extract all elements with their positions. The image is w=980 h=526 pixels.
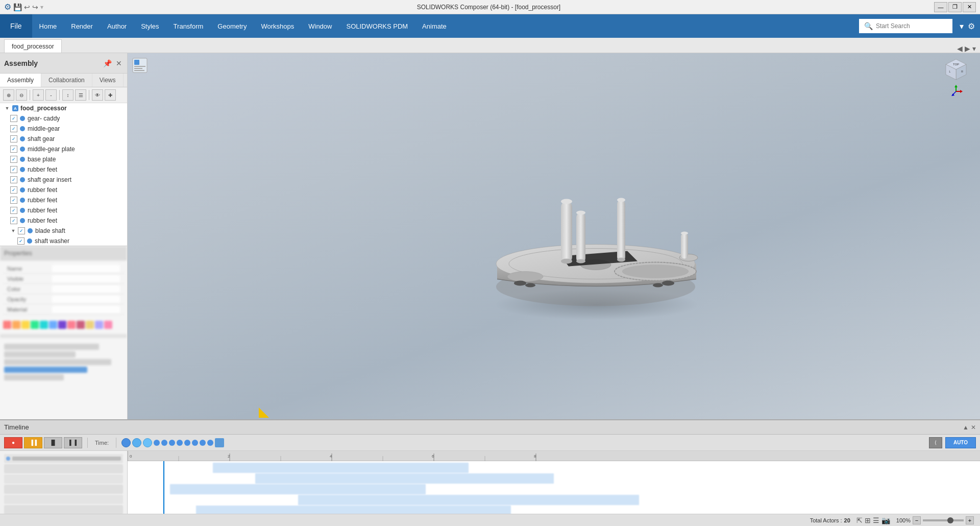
marker-sm-1[interactable] [154,440,160,446]
toolbar-deselect[interactable]: ⊖ [16,89,27,101]
close-button[interactable]: ✕ [963,2,976,12]
tab-assembly[interactable]: Assembly [0,74,41,87]
marker-sm-6[interactable] [192,440,198,446]
tree-item[interactable]: ✓ rubber feet [0,216,127,226]
marker-sm-7[interactable] [200,440,206,446]
zoom-slider-thumb[interactable] [947,517,953,523]
toolbar-select-all[interactable]: ⊕ [3,89,14,101]
menu-transform[interactable]: Transform [166,14,211,38]
tree-item[interactable]: ✓ gear- caddy [0,113,127,124]
marker-sm-5[interactable] [184,440,190,446]
options-icon[interactable]: ⚙ [967,20,976,32]
quick-access-redo[interactable]: ↪ [32,3,38,11]
timeline-expand[interactable]: ▲ [963,424,969,431]
marker-sm-4[interactable] [177,440,183,446]
menu-file[interactable]: File [0,14,32,38]
menu-render[interactable]: Render [64,14,100,38]
tree-item[interactable]: ✓ base plate [0,154,127,164]
panel-pin-icon[interactable]: 📌 [102,58,113,68]
zoom-out-btn[interactable]: − [913,516,921,524]
check-8[interactable]: ✓ [10,197,17,204]
toolbar-expand[interactable]: + [33,89,44,101]
menu-styles[interactable]: Styles [134,14,166,38]
zoom-slider[interactable] [923,519,964,521]
tab-views[interactable]: Views [92,74,124,87]
tab-scroll-left[interactable]: ◀ [957,44,963,53]
check-4[interactable]: ✓ [10,156,17,163]
toolbar-sort[interactable]: ↕ [62,89,74,101]
tree-item[interactable]: ✓ shaft gear [0,134,127,144]
toolbar-table[interactable]: ☰ [75,89,86,101]
tree-item[interactable]: ✓ rubber feet [0,185,127,195]
quick-access-save[interactable]: 💾 [13,3,22,11]
status-icon-grid[interactable]: ⊞ [865,516,871,524]
viewport-doc-icon[interactable] [132,57,148,75]
tree-item[interactable]: ✓ middle-gear [0,124,127,134]
check-2[interactable]: ✓ [10,135,17,142]
restore-button[interactable]: ❐ [948,2,962,12]
quick-access-undo[interactable]: ↩ [24,3,30,11]
check-7[interactable]: ✓ [10,186,17,194]
tree-item-blade-shaft[interactable]: ▼ ✓ blade shaft [0,226,127,236]
timeline-section-2[interactable]: ▐▌ [44,437,62,448]
toolbar-collapse[interactable]: - [45,89,57,101]
record-btn[interactable]: ● [4,437,22,448]
document-tab[interactable]: food_processor [4,39,62,53]
tree-item[interactable]: ✓ rubber feet [0,164,127,175]
tree-item[interactable]: ✓ middle-gear plate [0,144,127,154]
minimize-button[interactable]: — [934,2,947,12]
track-area[interactable] [128,461,980,514]
check-3[interactable]: ✓ [10,146,17,153]
tree-item[interactable]: ✓ rubber feet [0,195,127,205]
status-icon-cursor[interactable]: ⇱ [856,516,863,524]
check-1[interactable]: ✓ [10,125,17,132]
zoom-in-btn[interactable]: + [966,516,974,524]
menu-workshops[interactable]: Workshops [254,14,301,38]
tree-item-shaft-washer-1[interactable]: ✓ shaft washer [0,236,127,246]
marker-sm-2[interactable] [161,440,167,446]
tree-item[interactable]: ✓ rubber feet [0,205,127,216]
timeline-section-3[interactable]: ▌▐ [64,437,82,448]
timeline-close[interactable]: ✕ [971,424,976,431]
root-arrow[interactable]: ▼ [4,105,10,111]
menu-solidworks-pdm[interactable]: SOLIDWORKS PDM [339,14,415,38]
marker-cyan[interactable] [132,438,141,447]
panel-close-icon[interactable]: ✕ [115,58,123,68]
tab-scroll-right[interactable]: ▶ [965,44,970,53]
check-0[interactable]: ✓ [10,115,17,122]
help-icon[interactable]: ▾ [959,20,965,32]
marker-sm-3[interactable] [169,440,175,446]
tree-root[interactable]: ▼ A food_processor [0,103,127,113]
menu-geometry[interactable]: Geometry [210,14,254,38]
toolbar-add[interactable]: ✚ [105,89,116,101]
3d-viewport[interactable]: TOP R L [128,53,980,419]
marker-light-blue[interactable] [143,438,152,447]
check-9[interactable]: ✓ [10,207,17,214]
check-12[interactable]: ✓ [17,237,24,245]
assembly-tree[interactable]: ▼ A food_processor ✓ gear- caddy ✓ middl… [0,103,127,246]
tl-right-btn-1[interactable]: ⟨ [929,437,942,448]
blade-shaft-arrow[interactable]: ▼ [10,228,16,234]
tree-item[interactable]: ✓ shaft gear insert [0,175,127,185]
menu-author[interactable]: Author [100,14,134,38]
menu-window[interactable]: Window [301,14,339,38]
menu-animate[interactable]: Animate [415,14,454,38]
status-icon-camera[interactable]: 📷 [881,516,890,524]
marker-blue[interactable] [121,438,131,447]
app-icon[interactable]: ⚙ [4,2,11,12]
marker-square[interactable] [215,438,224,447]
tl-right-btn-2[interactable]: AUTO [945,437,976,448]
check-6[interactable]: ✓ [10,176,17,183]
check-11[interactable]: ✓ [18,227,25,234]
check-10[interactable]: ✓ [10,217,17,224]
tab-collaboration[interactable]: Collaboration [41,74,92,87]
menu-home[interactable]: Home [32,14,64,38]
tab-dropdown[interactable]: ▾ [972,44,976,53]
status-icon-list[interactable]: ☰ [873,516,879,524]
check-5[interactable]: ✓ [10,166,17,173]
navigation-cube[interactable]: TOP R L [942,57,970,98]
timeline-right-panel[interactable]: 0 2 4 6 8 [128,451,980,514]
search-input[interactable] [876,22,947,30]
toolbar-visibility[interactable]: 👁 [92,89,103,101]
marker-sm-8[interactable] [207,440,213,446]
